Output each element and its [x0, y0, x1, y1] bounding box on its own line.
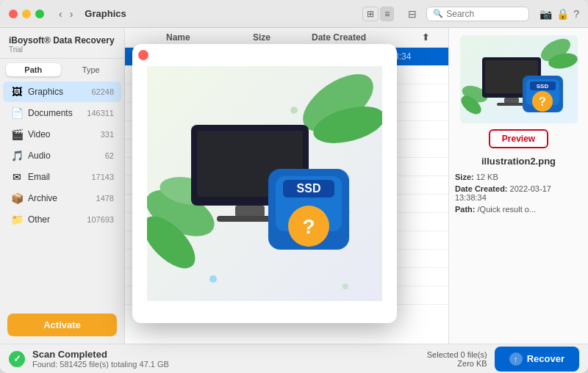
audio-icon: 🎵 — [10, 149, 24, 162]
size-label: Size: — [455, 173, 474, 181]
scan-detail: Found: 581425 file(s) totaling 47.1 GB — [32, 360, 169, 369]
forward-button[interactable]: › — [67, 7, 76, 21]
activate-button[interactable]: Activate — [7, 314, 117, 336]
sidebar-item-email[interactable]: ✉ Email 17143 — [3, 167, 121, 187]
svg-rect-7 — [504, 98, 519, 104]
minimize-button[interactable] — [22, 10, 31, 18]
titlebar-icons: 📷 🔒 ? — [539, 8, 579, 20]
popup-close-button[interactable] — [138, 50, 148, 60]
other-icon: 📁 — [10, 213, 24, 226]
filter-button[interactable]: ⊟ — [404, 7, 420, 21]
sidebar-item-audio[interactable]: 🎵 Audio 62 — [3, 145, 121, 166]
scan-complete-icon: ✓ — [9, 351, 25, 367]
svg-text:?: ? — [539, 95, 546, 108]
size-value: 12 KB — [476, 173, 498, 181]
maximize-button[interactable] — [35, 10, 44, 18]
graphics-icon: 🖼 — [10, 85, 24, 98]
svg-rect-27 — [235, 206, 265, 217]
path-label: Path: — [455, 205, 476, 214]
search-icon: 🔍 — [433, 9, 443, 18]
svg-text:?: ? — [302, 215, 315, 238]
svg-rect-8 — [497, 103, 526, 106]
sidebar: iBoysoft® Data Recovery Trial Path Type … — [0, 28, 125, 344]
svg-point-21 — [290, 106, 298, 114]
sidebar-item-count: 146311 — [87, 109, 114, 117]
preview-button[interactable]: Preview — [489, 129, 548, 148]
sidebar-item-label: Documents — [28, 108, 87, 118]
lock-icon[interactable]: 🔒 — [556, 8, 569, 20]
sidebar-item-label: Email — [28, 172, 91, 182]
nav-arrows: ‹ › — [56, 7, 76, 21]
titlebar-path: Graphics — [85, 8, 126, 19]
preview-size-row: Size: 12 KB — [455, 173, 582, 181]
status-bar: ✓ Scan Completed Found: 581425 file(s) t… — [0, 344, 588, 373]
email-icon: ✉ — [10, 170, 24, 184]
sidebar-item-count: 62 — [105, 151, 114, 160]
close-button[interactable] — [9, 10, 18, 18]
app-title: iBoysoft® Data Recovery — [9, 35, 115, 46]
search-box[interactable]: 🔍 — [426, 7, 529, 21]
preview-path-row: Path: /Quick result o... — [455, 205, 582, 214]
scan-title: Scan Completed — [32, 349, 169, 360]
svg-point-36 — [343, 283, 348, 289]
view-list-button[interactable]: ≡ — [380, 7, 394, 21]
sidebar-item-documents[interactable]: 📄 Documents 146311 — [3, 103, 121, 123]
preview-date-row: Date Created: 2022-03-17 13:38:34 — [455, 184, 582, 202]
tab-type[interactable]: Type — [64, 63, 119, 76]
sidebar-item-count: 107693 — [87, 215, 114, 224]
sidebar-tabs: Path Type — [0, 59, 124, 81]
selected-info: Selected 0 file(s) Zero KB — [427, 350, 487, 368]
path-value: /Quick result o... — [478, 205, 536, 214]
popup-illustration: SSD ? — [147, 66, 382, 301]
recover-btn-icon: ↑ — [509, 352, 523, 366]
selected-files: Selected 0 file(s) — [427, 350, 487, 359]
recover-label: Recover — [527, 353, 564, 364]
scan-info: Scan Completed Found: 581425 file(s) tot… — [32, 349, 169, 369]
titlebar: ‹ › Graphics ⊞ ≡ ⊟ 🔍 📷 🔒 ? — [0, 0, 588, 28]
sidebar-item-label: Audio — [28, 151, 105, 161]
sidebar-item-label: Graphics — [28, 87, 91, 97]
date-label: Date Created: — [455, 184, 508, 193]
search-input[interactable] — [446, 9, 520, 19]
view-toggles: ⊞ ≡ — [362, 7, 394, 21]
back-button[interactable]: ‹ — [56, 7, 65, 21]
preview-meta: Size: 12 KB Date Created: 2022-03-17 13:… — [455, 173, 582, 217]
col-header-date: Date Created — [312, 32, 422, 43]
preview-filename: illustration2.png — [481, 156, 556, 167]
recover-button[interactable]: ↑ Recover — [495, 347, 579, 372]
col-header-size: Size — [253, 32, 312, 43]
col-header-name: Name — [166, 32, 253, 43]
sidebar-item-other[interactable]: 📁 Other 107693 — [3, 209, 121, 230]
sidebar-item-count: 1478 — [96, 194, 114, 203]
sidebar-activate: Activate — [0, 306, 124, 344]
video-icon: 🎬 — [10, 128, 24, 141]
view-grid-button[interactable]: ⊞ — [362, 7, 379, 21]
selected-size: Zero KB — [427, 359, 487, 368]
camera-icon[interactable]: 📷 — [539, 8, 552, 20]
export-icon[interactable]: ⬆ — [422, 32, 429, 43]
sidebar-item-count: 331 — [101, 130, 114, 139]
documents-icon: 📄 — [10, 106, 24, 120]
sidebar-item-label: Video — [28, 129, 101, 140]
sidebar-item-label: Archive — [28, 193, 96, 203]
svg-text:SSD: SSD — [536, 83, 548, 90]
sidebar-item-archive[interactable]: 📦 Archive 1478 — [3, 188, 121, 209]
svg-text:SSD: SSD — [297, 182, 321, 195]
preview-panel: ? SSD Preview illustration2.png Size: 12… — [448, 28, 588, 344]
sidebar-item-count: 62248 — [91, 87, 114, 96]
sidebar-item-video[interactable]: 🎬 Video 331 — [3, 124, 121, 145]
archive-icon: 📦 — [10, 192, 24, 205]
sidebar-item-count: 17143 — [91, 173, 114, 181]
preview-thumbnail: ? SSD — [460, 35, 578, 123]
sidebar-items: 🖼 Graphics 62248 📄 Documents 146311 🎬 Vi… — [0, 81, 124, 306]
sidebar-item-label: Other — [28, 214, 87, 225]
svg-point-35 — [209, 275, 217, 283]
tab-path[interactable]: Path — [6, 63, 61, 76]
sidebar-header: iBoysoft® Data Recovery Trial — [0, 28, 124, 59]
help-icon[interactable]: ? — [573, 8, 579, 20]
sidebar-item-graphics[interactable]: 🖼 Graphics 62248 — [3, 82, 121, 102]
app-subtitle: Trial — [9, 46, 115, 54]
preview-popup: SSD ? — [132, 44, 397, 323]
traffic-lights — [9, 10, 44, 18]
